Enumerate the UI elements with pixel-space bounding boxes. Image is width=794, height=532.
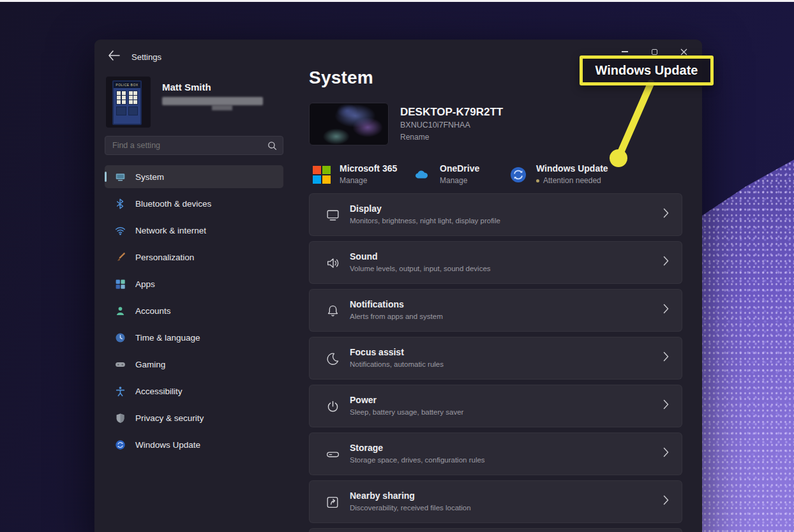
titlebar-title: Settings (131, 52, 161, 62)
microsoft-365-icon (313, 166, 331, 184)
sidebar: POLICE BOX Matt Smith System (105, 68, 294, 460)
card-partial-next[interactable] (309, 528, 682, 532)
sidebar-item-label: Accessibility (135, 387, 183, 396)
tardis-panel (128, 107, 139, 115)
user-name: Matt Smith (162, 82, 211, 92)
card-sound[interactable]: Sound Volume levels, output, input, soun… (309, 241, 682, 284)
card-subtitle: Storage space, drives, configuration rul… (350, 456, 485, 464)
device-wallpaper-thumbnail (309, 103, 389, 145)
sidebar-item-label: Personalization (135, 253, 194, 262)
avatar: POLICE BOX (106, 77, 151, 128)
onedrive-tile[interactable]: OneDrive Manage (413, 163, 479, 185)
sidebar-item-apps[interactable]: Apps (105, 272, 283, 295)
service-name: OneDrive (440, 163, 479, 174)
main-content: System DESKTOP-K79R2TT BXNUC10i7FNHAA Re… (309, 68, 692, 193)
sidebar-item-accounts[interactable]: Accounts (105, 299, 283, 322)
device-model: BXNUC10i7FNHAA (400, 121, 470, 129)
power-icon (325, 399, 341, 415)
display-icon (325, 207, 341, 223)
callout-label: Windows Update (596, 63, 698, 78)
services-row: Microsoft 365 Manage OneDrive Manage W (309, 163, 692, 193)
manage-link[interactable]: Manage (340, 176, 397, 185)
tardis-window (128, 91, 139, 105)
sidebar-item-personalization[interactable]: Personalization (105, 246, 283, 269)
tardis-panel (116, 107, 126, 115)
chevron-right-icon (663, 399, 669, 410)
sidebar-item-label: Windows Update (135, 440, 200, 450)
tardis-sign: POLICE BOX (114, 82, 140, 88)
chevron-right-icon (663, 208, 669, 218)
sound-icon (325, 255, 341, 271)
onedrive-icon (413, 166, 431, 184)
bluetooth-icon (115, 198, 126, 209)
chevron-right-icon (663, 495, 669, 505)
gamepad-icon (115, 359, 126, 370)
account-section[interactable]: POLICE BOX Matt Smith (105, 68, 294, 126)
storage-drive-icon (325, 447, 341, 462)
share-icon (325, 494, 341, 510)
card-title: Nearby sharing (350, 491, 415, 501)
sidebar-nav: System Bluetooth & devices Network & int… (105, 165, 294, 456)
sidebar-item-label: Bluetooth & devices (135, 199, 211, 209)
settings-window: Settings POLICE BOX Matt Smith (94, 40, 702, 532)
card-title: Storage (350, 443, 383, 453)
search-input[interactable] (105, 137, 252, 154)
card-title: Notifications (350, 299, 404, 309)
card-power[interactable]: Power Sleep, battery usage, battery save… (309, 385, 682, 427)
service-name: Windows Update (536, 163, 608, 174)
sidebar-item-label: Gaming (135, 360, 165, 369)
sidebar-item-network-internet[interactable]: Network & internet (105, 219, 283, 242)
sidebar-item-time-language[interactable]: Time & language (105, 326, 283, 349)
redacted-email (162, 97, 263, 105)
system-icon (115, 172, 126, 182)
manage-link[interactable]: Manage (440, 176, 479, 185)
sidebar-item-accessibility[interactable]: Accessibility (105, 380, 283, 403)
sidebar-item-system[interactable]: System (105, 165, 283, 188)
screenshot-top-border (0, 0, 794, 2)
card-notifications[interactable]: Notifications Alerts from apps and syste… (309, 289, 682, 332)
windows-update-service-icon (509, 166, 527, 184)
sidebar-item-gaming[interactable]: Gaming (105, 353, 283, 376)
moon-icon (325, 351, 341, 367)
card-storage[interactable]: Storage Storage space, drives, configura… (309, 432, 682, 475)
tardis-photo: POLICE BOX (112, 80, 142, 125)
attention-needed-status: Attention needed (536, 176, 608, 185)
maximize-icon (652, 49, 657, 55)
chevron-right-icon (663, 447, 669, 457)
windows-update-icon (115, 440, 126, 450)
redacted-email-fragment (212, 105, 232, 110)
card-subtitle: Volume levels, output, input, sound devi… (350, 265, 491, 272)
sidebar-item-label: Time & language (135, 333, 200, 343)
card-display[interactable]: Display Monitors, brightness, night ligh… (309, 193, 682, 236)
sidebar-item-bluetooth-devices[interactable]: Bluetooth & devices (105, 192, 283, 215)
sidebar-item-label: Apps (135, 279, 155, 289)
card-title: Display (350, 203, 382, 214)
search-box (105, 136, 283, 155)
device-name: DESKTOP-K79R2TT (400, 106, 503, 119)
back-button[interactable] (107, 50, 124, 64)
search-icon[interactable] (267, 141, 277, 151)
sidebar-item-label: Accounts (135, 306, 171, 316)
windows-update-tile[interactable]: Windows Update Attention needed (509, 163, 608, 185)
rename-link[interactable]: Rename (400, 133, 429, 142)
clock-globe-icon (115, 332, 126, 343)
card-nearby-sharing[interactable]: Nearby sharing Discoverability, received… (309, 480, 682, 523)
minimize-icon (622, 51, 628, 52)
card-subtitle: Monitors, brightness, night light, displ… (350, 217, 500, 225)
chevron-right-icon (663, 351, 669, 362)
selected-accent-pill (105, 172, 107, 182)
sidebar-item-privacy-security[interactable]: Privacy & security (105, 406, 283, 429)
card-focus-assist[interactable]: Focus assist Notifications, automatic ru… (309, 337, 682, 380)
card-title: Focus assist (350, 347, 404, 357)
microsoft-365-tile[interactable]: Microsoft 365 Manage (313, 163, 397, 185)
sidebar-item-windows-update[interactable]: Windows Update (105, 433, 283, 456)
chevron-right-icon (663, 304, 669, 314)
sidebar-item-label: Privacy & security (135, 413, 204, 423)
apps-icon (115, 279, 126, 290)
shield-icon (115, 413, 126, 424)
device-header: DESKTOP-K79R2TT BXNUC10i7FNHAA Rename (309, 103, 692, 147)
accessibility-icon (115, 386, 126, 397)
sidebar-item-label: System (135, 172, 164, 182)
brush-icon (115, 252, 126, 263)
bell-icon (325, 303, 341, 319)
